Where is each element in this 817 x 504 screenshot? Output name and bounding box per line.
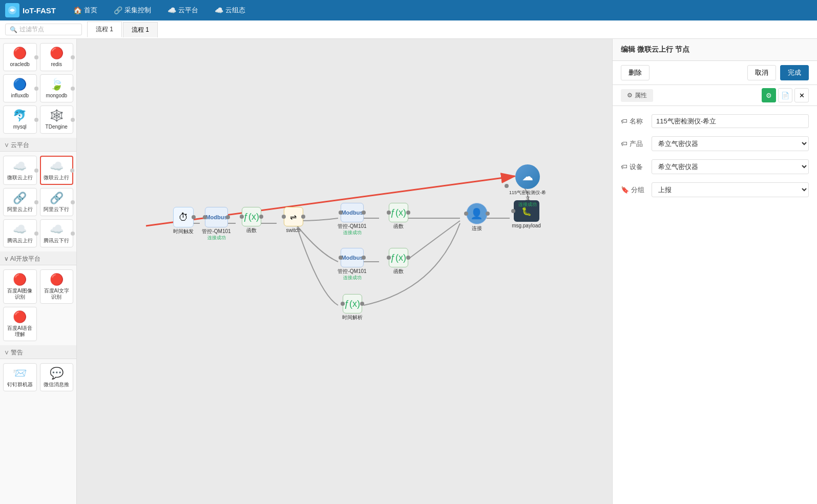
node-func3[interactable]: ƒ(x) 函数 [382, 248, 415, 275]
home-icon: 🏠 [73, 6, 82, 14]
form-label-group: 🔖 分组 [621, 185, 652, 195]
node-func2[interactable]: ƒ(x) 函数 [382, 203, 415, 229]
dingding-icon: 📨 [13, 367, 27, 380]
sidebar-item-wechat[interactable]: 💬 微信消息推 [40, 363, 74, 391]
done-button[interactable]: 完成 [780, 65, 809, 80]
sidebar-item-baidu-voice[interactable]: 🔴 百度AI语音理解 [3, 307, 37, 341]
sidebar-item-weilian-up-1[interactable]: ☁️ 微联云上行 [3, 156, 37, 185]
cancel-button[interactable]: 取消 [747, 65, 776, 80]
gear-icon: ⚙ [627, 92, 633, 99]
modbus2-icon: Modbus [341, 203, 364, 222]
tab-icon-group: ⚙ 📄 ✕ [762, 88, 809, 102]
cloud115-icon: ☁ [515, 164, 540, 189]
baidu-voice-label: 百度AI语音理解 [6, 325, 34, 338]
node-modbus1[interactable]: Modbus 管控-QM101 连接成功 [200, 207, 233, 241]
func1-port-right [259, 215, 263, 219]
tab-icon-green[interactable]: ⚙ [762, 88, 776, 102]
mysql-port [34, 118, 38, 122]
sidebar: 🔴 oracledb 🔴 redis 🔵 influxdb 🍃 mongodb [0, 39, 77, 504]
sidebar-item-aliyun-up[interactable]: 🔗 阿里云上行 [3, 188, 37, 216]
nav-cloud-label: 云平台 [178, 6, 198, 15]
timejx-port-left [341, 302, 345, 306]
node-modbus2[interactable]: Modbus 管控-QM101 连接成功 [336, 203, 369, 236]
nav-items: 🏠 首页 🔗 采集控制 ☁️ 云平台 ☁️ 云组态 [66, 4, 253, 17]
breadcrumb-tab-2[interactable]: 流程 1 [123, 22, 158, 37]
timer-icon: ⏱ [173, 207, 194, 227]
timejx-label: 时间解析 [342, 314, 363, 321]
breadcrumb-tab-1[interactable]: 流程 1 [87, 22, 122, 37]
sidebar-item-tdengine[interactable]: 🕸️ TDengine [40, 106, 74, 134]
node-timejx[interactable]: ƒ(x) 时间解析 [336, 294, 369, 321]
sidebar-ai-title: ∨ AI开放平台 [0, 251, 76, 265]
tencent-down-port [71, 232, 75, 236]
modbus1-icon: Modbus [205, 207, 228, 227]
weilian-up-label-1: 微联云上行 [7, 175, 33, 181]
baidu-ocr-icon: 🔴 [50, 273, 64, 286]
name-input[interactable] [652, 114, 809, 128]
switch-port-left [282, 215, 286, 219]
node-modbus3[interactable]: Modbus 管控-QM101 连接成功 [336, 248, 369, 281]
sidebar-item-dingding[interactable]: 📨 钉钉群机器 [3, 363, 37, 391]
aliyun-up-label: 阿里云上行 [7, 206, 33, 213]
tag-icon-device: 🏷 [621, 163, 627, 171]
sidebar-item-baidu-img[interactable]: 🔴 百度AI图像识别 [3, 269, 37, 304]
group-select[interactable]: 上报 [652, 182, 809, 197]
func3-port-left [387, 256, 391, 260]
sidebar-item-mongodb[interactable]: 🍃 mongodb [40, 74, 74, 102]
sidebar-item-tencent-down[interactable]: ☁️ 腾讯云下行 [40, 219, 74, 247]
node-cloud115[interactable]: ☁ 115气密检测仪-希立 连接成功 [507, 164, 548, 208]
nav-home[interactable]: 🏠 首页 [66, 4, 104, 17]
tencent-down-label: 腾讯云下行 [44, 238, 69, 244]
modbus3-port-right [362, 256, 366, 260]
form-label-product: 🏷 产品 [621, 139, 652, 149]
sidebar-item-baidu-ocr[interactable]: 🔴 百度AI文字识别 [40, 269, 74, 304]
aliyun-down-port [71, 200, 75, 204]
func3-label: 函数 [393, 268, 404, 275]
func3-port-right [406, 256, 410, 260]
sidebar-item-tencent-up[interactable]: ☁️ 腾讯云上行 [3, 219, 37, 247]
func1-icon: ƒ(x) [242, 207, 261, 226]
node-switch[interactable]: ⇌ switch [277, 207, 310, 234]
dingding-label: 钉钉群机器 [7, 382, 33, 388]
tencent-down-icon: ☁️ [50, 223, 64, 236]
switch-icon: ⇌ [284, 207, 303, 226]
tab-icon-close[interactable]: ✕ [794, 88, 809, 102]
baidu-img-label: 百度AI图像识别 [6, 288, 34, 300]
sidebar-item-influxdb[interactable]: 🔵 influxdb [3, 74, 37, 102]
node-func1[interactable]: ƒ(x) 函数 [235, 207, 268, 234]
sidebar-item-oracledb[interactable]: 🔴 oracledb [3, 43, 37, 71]
delete-button[interactable]: 删除 [621, 65, 650, 80]
node-timer[interactable]: ⏱ 时间触发 [166, 207, 200, 235]
oracledb-port [34, 55, 38, 59]
mongodb-icon: 🍃 [50, 78, 64, 91]
cloud115-status: 连接成功 [518, 201, 537, 208]
bookmark-icon-group: 🔖 [621, 186, 629, 194]
modbus2-port-right [362, 211, 366, 215]
nav-cloudconfig-label: 云组态 [225, 6, 245, 15]
filter-input-wrapper[interactable]: 🔍 过滤节点 [5, 24, 82, 35]
sidebar-item-redis[interactable]: 🔴 redis [40, 43, 74, 71]
sidebar-item-aliyun-down[interactable]: 🔗 阿里云下行 [40, 188, 74, 216]
timejx-port-right [360, 302, 364, 306]
nav-cloud[interactable]: ☁️ 云平台 [160, 4, 205, 17]
tdengine-icon: 🕸️ [50, 109, 64, 122]
mongodb-port [71, 87, 75, 91]
sidebar-item-mysql[interactable]: 🐬 mysql [3, 106, 37, 134]
link-icon: 👤 [466, 203, 488, 224]
weilian-up-label-2: 微联云上行 [44, 175, 69, 181]
nav-cloudconfig[interactable]: ☁️ 云组态 [207, 4, 253, 17]
tab-properties[interactable]: ⚙ 属性 [621, 89, 653, 102]
node-link[interactable]: 👤 连接 [460, 203, 493, 232]
modbus3-icon: Modbus [341, 248, 364, 267]
product-select[interactable]: 希立气密仪器 [652, 136, 809, 151]
tencent-up-icon: ☁️ [13, 223, 27, 236]
cloud-icon: ☁️ [167, 6, 176, 14]
sidebar-item-weilian-up-2[interactable]: ☁️ 微联云上行 [40, 156, 74, 185]
baidu-voice-icon: 🔴 [13, 310, 27, 324]
device-select[interactable]: 希立气密仪器 [652, 159, 809, 174]
tab-icon-doc[interactable]: 📄 [778, 88, 792, 102]
canvas-area[interactable]: ⏱ 时间触发 Modbus 管控-QM101 连接成功 ƒ(x) 函数 [77, 39, 612, 504]
form-row-device: 🏷 设备 希立气密仪器 [621, 159, 809, 174]
nav-collect[interactable]: 🔗 采集控制 [107, 4, 158, 17]
func2-icon: ƒ(x) [389, 203, 408, 222]
